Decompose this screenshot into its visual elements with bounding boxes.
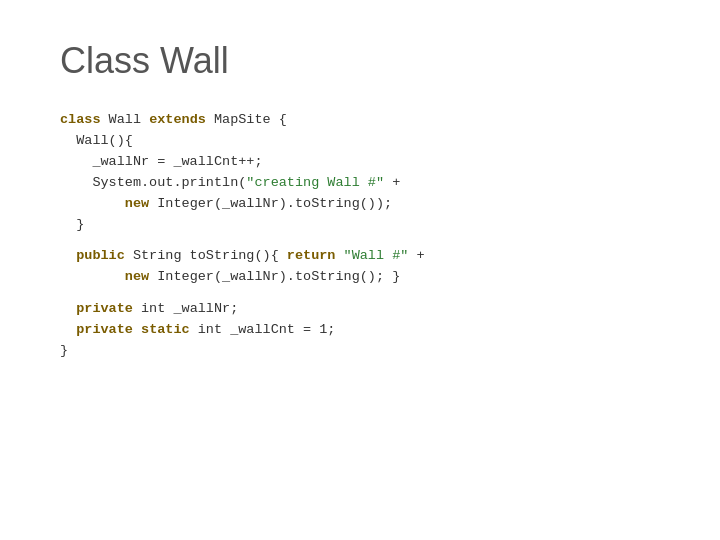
- code-line-10: private static int _wallCnt = 1;: [60, 320, 660, 341]
- keyword-return: return: [287, 248, 336, 263]
- keyword-new-2: new: [125, 269, 149, 284]
- code-line-7: public String toString(){ return "Wall #…: [60, 246, 660, 267]
- code-line-4: System.out.println("creating Wall #" +: [60, 173, 660, 194]
- code-line-5: new Integer(_wallNr).toString());: [60, 194, 660, 215]
- code-line-3: _wallNr = _wallCnt++;: [60, 152, 660, 173]
- blank-2: [60, 288, 660, 299]
- blank-1: [60, 236, 660, 247]
- keyword-extends: extends: [149, 112, 206, 127]
- keyword-private-1: private: [76, 301, 133, 316]
- string-wall: "Wall #": [344, 248, 409, 263]
- page-title: Class Wall: [60, 40, 660, 82]
- code-line-11: }: [60, 341, 660, 362]
- keyword-new-1: new: [125, 196, 149, 211]
- page-container: Class Wall class Wall extends MapSite { …: [0, 0, 720, 540]
- code-line-8: new Integer(_wallNr).toString(); }: [60, 267, 660, 288]
- code-line-1: class Wall extends MapSite {: [60, 110, 660, 131]
- code-block: class Wall extends MapSite { Wall(){ _wa…: [60, 110, 660, 362]
- keyword-private-2: private: [76, 322, 133, 337]
- keyword-public: public: [76, 248, 125, 263]
- code-line-6: }: [60, 215, 660, 236]
- keyword-class: class: [60, 112, 101, 127]
- code-line-9: private int _wallNr;: [60, 299, 660, 320]
- keyword-static: static: [141, 322, 190, 337]
- code-line-2: Wall(){: [60, 131, 660, 152]
- string-creating: "creating Wall #": [246, 175, 384, 190]
